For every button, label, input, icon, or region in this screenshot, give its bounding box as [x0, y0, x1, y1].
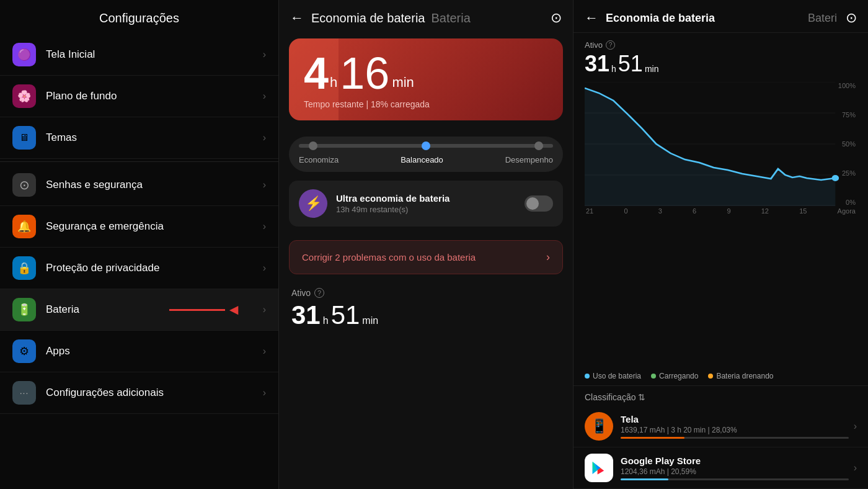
slider-labels: Economiza Balanceado Desempenho: [299, 155, 553, 164]
app-row-tela[interactable]: 📱 Tela 1639,17 mAh | 3 h 20 min | 28,03%…: [574, 406, 868, 447]
right-tab-bateria[interactable]: Bateri: [808, 12, 837, 25]
x-label-0: 0: [624, 207, 627, 215]
sidebar-item-label: Apps: [46, 345, 263, 357]
right-title: Economia de bateria: [606, 12, 808, 25]
app-stats-play-store: 1204,36 mAh | 20,59%: [621, 467, 849, 476]
config-icon: ···: [12, 381, 36, 405]
legend-label-carregando: Carregando: [659, 372, 698, 380]
sidebar-item-config-adicionais[interactable]: ··· Configurações adicionais ›: [0, 372, 278, 414]
y-label-50: 50%: [838, 140, 856, 148]
right-panel: ← Economia de bateria Bateri ⊙ Ativo ? 3…: [574, 0, 868, 489]
sort-icon[interactable]: ⇅: [638, 392, 645, 402]
app-bar-track-play-store: [621, 478, 849, 480]
sidebar-item-seguranca[interactable]: 🔔 Segurança e emergência ›: [0, 206, 278, 248]
lightning-icon: ⚡: [305, 195, 322, 212]
mid-title-inactive[interactable]: Bateria: [431, 11, 470, 25]
ativo-time-display: 31 h 51 min: [291, 300, 560, 330]
y-label-25: 25%: [838, 169, 856, 177]
battery-time-card: 4 h 16 min Tempo restante | 18% carregad…: [289, 38, 563, 120]
slider-track[interactable]: [299, 144, 553, 148]
legend-dot-uso: [585, 374, 590, 379]
sidebar-item-senhas[interactable]: ⊙ Senhas e segurança ›: [0, 164, 278, 206]
chevron-right-icon: ›: [263, 262, 266, 274]
sidebar-item-privacidade[interactable]: 🔒 Proteção de privacidade ›: [0, 248, 278, 289]
slider-dot-balanced: [422, 141, 430, 150]
play-store-icon: [590, 459, 608, 477]
legend-drenando: Bateria drenando: [708, 372, 773, 380]
ativo-min-label: min: [362, 315, 378, 330]
chevron-right-icon: ›: [263, 346, 266, 357]
sidebar-item-label: Senhas e segurança: [46, 179, 263, 191]
ativo-h-label: h: [323, 315, 329, 330]
help-icon[interactable]: ?: [314, 288, 324, 298]
right-ativo-label: Ativo ?: [585, 40, 857, 50]
app-name-play-store: Google Play Store: [621, 455, 849, 466]
fix-problems-label: Corrigir 2 problemas com o uso da bateri…: [302, 252, 546, 262]
slider-label-economize: Economiza: [299, 155, 339, 164]
legend-dot-carregando: [651, 374, 656, 379]
battery-chart: 100% 75% 50% 25% 0% 21 0 3 6 9 12: [574, 77, 868, 367]
sidebar-item-label: Segurança e emergência: [46, 220, 263, 233]
classification-header[interactable]: Classificação ⇅: [574, 386, 868, 406]
legend-dot-drenando: [708, 374, 713, 379]
right-ativo-min-label: min: [645, 64, 659, 77]
y-label-100: 100%: [838, 82, 856, 89]
sidebar-item-bateria[interactable]: 🔋 Bateria ◄ ›: [0, 289, 278, 331]
right-ativo-h-label: h: [611, 64, 616, 77]
sidebar-item-label: Proteção de privacidade: [46, 262, 263, 274]
chevron-right-icon: ›: [263, 179, 266, 191]
screen-icon: 📱: [591, 418, 608, 434]
mid-header: ← Economia de bateria Bateria ⊙: [279, 0, 573, 32]
mid-title-active: Economia de bateria: [311, 11, 425, 25]
app-bar-fill-play-store: [621, 478, 668, 480]
chart-x-labels: 21 0 3 6 9 12 15 Agora: [585, 207, 857, 215]
sidebar-item-temas[interactable]: 🖥 Temas ›: [0, 117, 278, 159]
right-ativo-time: 31 h 51 min: [585, 51, 857, 77]
app-row-play-store[interactable]: Google Play Store 1204,36 mAh | 20,59% ›: [574, 447, 868, 489]
slider-label-balanced: Balanceado: [401, 155, 443, 164]
x-label-21: 21: [586, 207, 593, 215]
sidebar-item-apps[interactable]: ⚙ Apps ›: [0, 331, 278, 372]
slider-label-performance: Desempenho: [505, 155, 553, 164]
app-icon-play-store: [585, 454, 613, 482]
chevron-right-icon: ›: [854, 462, 857, 473]
chevron-right-icon: ›: [263, 387, 266, 398]
battery-mins: 16: [340, 51, 389, 96]
app-info-tela: Tela 1639,17 mAh | 3 h 20 min | 28,03%: [621, 414, 849, 439]
right-header: ← Economia de bateria Bateri ⊙: [574, 0, 868, 33]
mid-panel: ← Economia de bateria Bateria ⊙ 4 h 16 m…: [279, 0, 574, 489]
right-ativo-section: Ativo ? 31 h 51 min: [574, 33, 868, 77]
gear-icon[interactable]: ⊙: [551, 10, 562, 26]
right-gear-icon[interactable]: ⊙: [846, 10, 857, 26]
right-help-icon[interactable]: ?: [606, 40, 615, 50]
right-back-button[interactable]: ←: [585, 10, 598, 26]
performance-slider[interactable]: Economiza Balanceado Desempenho: [289, 137, 563, 172]
back-button[interactable]: ←: [290, 10, 304, 26]
ativo-text: Ativo: [291, 288, 311, 298]
right-ativo-text: Ativo: [585, 40, 603, 50]
battery-subtitle: Tempo restante | 18% carregada: [304, 99, 548, 109]
ultra-economy-toggle[interactable]: [525, 195, 553, 212]
fix-problems-arrow: ›: [546, 251, 550, 264]
sidebar-item-label: Configurações adicionais: [46, 387, 263, 399]
ultra-economy-subtitle: 13h 49m restante(s): [336, 205, 525, 214]
ultra-economy-row[interactable]: ⚡ Ultra economia de bateria 13h 49m rest…: [289, 181, 563, 227]
privacidade-icon: 🔒: [12, 256, 36, 280]
bateria-icon: 🔋: [12, 298, 36, 321]
red-arrow-annotation: ◄: [169, 301, 241, 318]
toggle-knob: [526, 197, 539, 210]
sidebar-item-plano-de-fundo[interactable]: 🌸 Plano de fundo ›: [0, 76, 278, 117]
y-label-0: 0%: [838, 199, 856, 206]
classification-label: Classificação: [585, 392, 636, 402]
ativo-label: Ativo ?: [291, 288, 560, 298]
ativo-hours: 31: [291, 300, 321, 330]
ultra-economy-title: Ultra economia de bateria: [336, 193, 525, 204]
app-bar-track-tela: [621, 437, 849, 439]
ativo-mins: 51: [331, 300, 360, 330]
fix-problems-button[interactable]: Corrigir 2 problemas com o uso da bateri…: [289, 240, 563, 274]
slider-dot-economize: [309, 141, 317, 150]
chart-legend: Uso de bateria Carregando Bateria drenan…: [574, 367, 868, 386]
sidebar-item-tela-inicial[interactable]: 🟣 Tela Inicial ›: [0, 34, 278, 76]
ativo-section: Ativo ? 31 h 51 min: [291, 288, 560, 330]
svg-marker-5: [585, 88, 835, 206]
